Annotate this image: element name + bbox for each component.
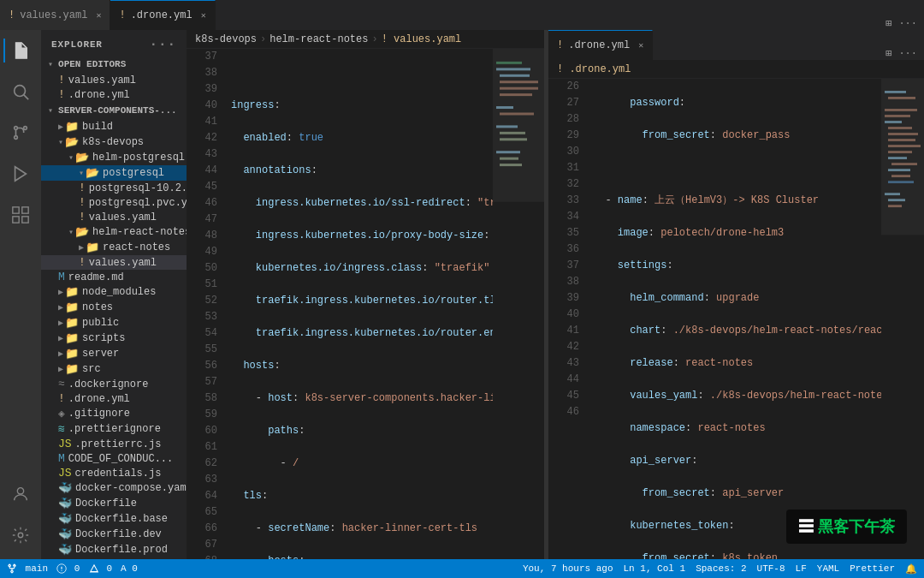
svg-rect-6 <box>13 207 19 213</box>
right-code-area[interactable]: password: from_secret: docker_pass - nam… <box>586 79 881 559</box>
tree-credentials[interactable]: JS credentials.js <box>41 466 187 480</box>
folder-icon8: 📁 <box>65 301 79 314</box>
more-actions-icon[interactable]: ··· <box>898 18 917 30</box>
tree-dockerfile-dev[interactable]: 🐳 Dockerfile.dev <box>41 527 187 542</box>
drone-tab-icon: ! <box>557 39 563 51</box>
server-chevron: ▶ <box>58 349 63 359</box>
tab-drone-yml-right[interactable]: ! .drone.yml ✕ <box>548 30 653 60</box>
tree-scripts[interactable]: ▶ 📁 scripts <box>41 331 187 346</box>
left-minimap <box>493 49 544 559</box>
open-editors-section[interactable]: ▾ OPEN EDITORS <box>41 56 187 73</box>
activity-source-control[interactable] <box>3 116 38 150</box>
tree-pg-version[interactable]: ! postgresql-10.2.0... <box>41 181 187 195</box>
yaml-icon4: ! <box>79 196 86 209</box>
tree-values-pg[interactable]: ! values.yaml <box>41 210 187 224</box>
left-editor-content[interactable]: 3738394041 4243444546 4748495051 5253545… <box>187 49 544 559</box>
open-editor-drone[interactable]: ! .drone.yml <box>41 87 187 102</box>
activity-settings[interactable] <box>3 518 38 552</box>
left-editor-pane: k8s-devops › helm-react-notes › ! values… <box>187 30 544 559</box>
status-info[interactable]: A 0 <box>121 563 138 574</box>
status-position[interactable]: Ln 1, Col 1 <box>624 563 686 574</box>
tree-helm-react[interactable]: ▾ 📂 helm-react-notes <box>41 224 187 240</box>
right-more-icon[interactable]: ··· <box>898 48 917 60</box>
right-editor-pane: ! .drone.yml ✕ ⊞ ··· ! .drone.yml <box>548 30 924 559</box>
tree-coc[interactable]: M CODE_OF_CONDUC... <box>41 451 187 466</box>
sidebar-header: EXPLORER ··· <box>41 30 187 56</box>
tab-close-icon2[interactable]: ✕ <box>201 10 206 21</box>
status-user[interactable]: You, 7 hours ago <box>523 563 613 574</box>
tree-node-modules[interactable]: ▶ 📁 node_modules <box>41 284 187 300</box>
tree-dockerfile-prod[interactable]: 🐳 Dockerfile.prod <box>41 542 187 557</box>
tab-drone-yml[interactable]: ! .drone.yml ✕ <box>110 0 215 30</box>
tree-postgresql[interactable]: ▾ 📂 postgresql <box>41 165 187 181</box>
yaml-icon6: ! <box>79 256 86 269</box>
activity-account[interactable] <box>3 477 38 511</box>
nm-chevron: ▶ <box>58 287 63 297</box>
svg-point-10 <box>17 488 23 494</box>
activity-explorer[interactable] <box>3 33 38 68</box>
status-notification-icon[interactable]: 🔔 <box>905 563 917 575</box>
status-errors[interactable]: 0 0 <box>56 563 112 574</box>
tree-values-rn[interactable]: ! values.yaml <box>41 255 187 270</box>
open-editor-values[interactable]: ! values.yaml <box>41 73 187 87</box>
svg-rect-27 <box>493 49 544 202</box>
svg-point-0 <box>15 86 26 97</box>
tree-k8s-devops[interactable]: ▾ 📂 k8s-devops <box>41 134 187 150</box>
folder-icon: 📁 <box>65 120 79 134</box>
activity-run[interactable] <box>3 157 38 191</box>
k8s-chevron: ▾ <box>58 137 63 147</box>
tree-docker-compose[interactable]: 🐳 docker-compose.yaml <box>41 480 187 496</box>
tree-src[interactable]: ▶ 📁 src <box>41 361 187 377</box>
tree-prettierrc[interactable]: JS .prettierrc.js <box>41 437 187 451</box>
tree-gitignore[interactable]: ◈ .gitignore <box>41 406 187 421</box>
docker-ignore-icon: ≈ <box>58 378 65 390</box>
tree-notes[interactable]: ▶ 📁 notes <box>41 300 187 315</box>
svg-point-2 <box>15 127 18 130</box>
status-line-ending[interactable]: LF <box>796 563 807 574</box>
tab-modified-dot: ! <box>9 9 15 21</box>
left-code-area[interactable]: ingress: enabled: true annotations: ingr… <box>224 49 493 559</box>
tree-prettierignore[interactable]: ≋ .prettierignore <box>41 421 187 437</box>
right-breadcrumb: ! .drone.yml <box>548 60 924 79</box>
tree-helm-postgresql[interactable]: ▾ 📂 helm-postgresql <box>41 150 187 165</box>
tab-close-icon[interactable]: ✕ <box>96 10 101 21</box>
tree-public[interactable]: ▶ 📁 public <box>41 315 187 331</box>
right-split-icon[interactable]: ⊞ <box>886 47 891 60</box>
status-spaces[interactable]: Spaces: 2 <box>696 563 746 574</box>
folder-icon7: 📁 <box>65 285 79 299</box>
split-editor-icon[interactable]: ⊞ <box>886 17 891 30</box>
tab-values-yaml[interactable]: ! values.yaml ✕ <box>0 0 110 30</box>
right-line-numbers: 2627282930 3132333435 3637383940 4142434… <box>548 79 586 559</box>
pub-chevron: ▶ <box>58 318 63 328</box>
status-language[interactable]: YAML <box>817 563 839 574</box>
scripts-chevron: ▶ <box>58 333 63 343</box>
status-encoding[interactable]: UTF-8 <box>757 563 785 574</box>
folder-icon6: 📁 <box>86 241 99 254</box>
activity-extensions[interactable] <box>3 198 38 232</box>
tree-build[interactable]: ▶ 📁 build <box>41 119 187 134</box>
server-components-section[interactable]: ▾ SERVER-COMPONENTS-... <box>41 102 187 119</box>
notes-chevron: ▶ <box>58 302 63 313</box>
status-branch[interactable]: main <box>7 563 48 574</box>
src-chevron: ▶ <box>58 364 63 374</box>
tree-react-notes-folder[interactable]: ▶ 📁 react-notes <box>41 240 187 255</box>
tree-dockerfile[interactable]: 🐳 Dockerfile <box>41 496 187 511</box>
tree-dockerignore[interactable]: ≈ .dockerignore <box>41 377 187 391</box>
tree-server[interactable]: ▶ 📁 server <box>41 346 187 361</box>
tree-drone[interactable]: ! .drone.yml <box>41 391 187 406</box>
rn-chevron: ▶ <box>79 242 84 253</box>
drone-close-icon[interactable]: ✕ <box>638 40 643 51</box>
tree-readme[interactable]: M readme.md <box>41 270 187 284</box>
left-breadcrumb: k8s-devops › helm-react-notes › ! values… <box>187 30 544 49</box>
sidebar-more-icon[interactable]: ··· <box>150 37 176 52</box>
right-editor-content[interactable]: 2627282930 3132333435 3637383940 4142434… <box>548 79 924 559</box>
tab-label2: .drone.yml <box>131 9 192 21</box>
activity-search[interactable] <box>3 74 38 109</box>
tree-dockerfile-base[interactable]: 🐳 Dockerfile.base <box>41 511 187 527</box>
tree-pg-pvc[interactable]: ! postgresql.pvc.ya... <box>41 195 187 210</box>
docker-icon3: 🐳 <box>58 512 72 526</box>
tab-actions: ⊞ ··· <box>879 17 924 30</box>
watermark: ☰ 黑客下午茶 <box>786 509 907 544</box>
docker-icon5: 🐳 <box>58 543 72 557</box>
status-formatter[interactable]: Prettier <box>850 563 895 574</box>
